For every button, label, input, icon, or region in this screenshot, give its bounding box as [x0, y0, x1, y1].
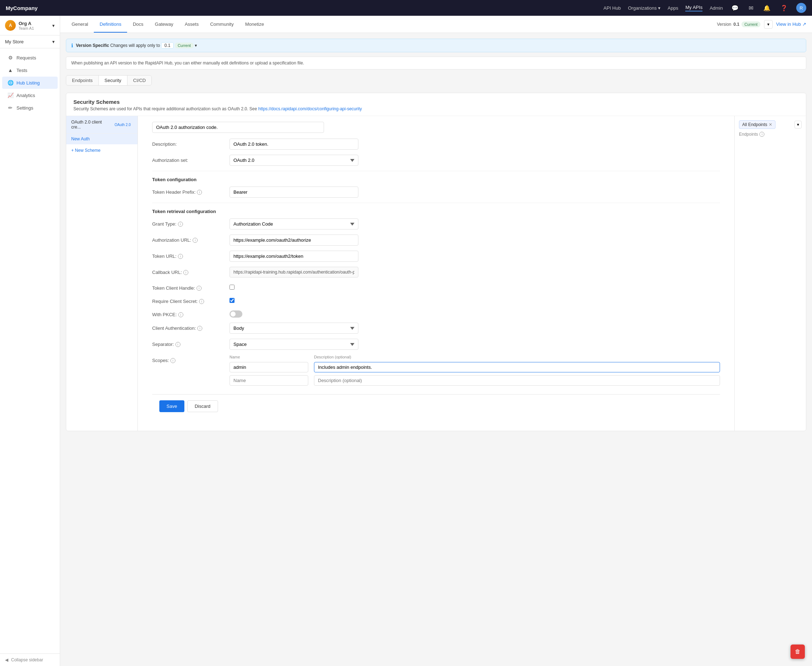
nav-api-hub[interactable]: API Hub	[604, 5, 621, 11]
nav-organizations[interactable]: Organizations ▾	[628, 5, 660, 11]
nav-admin[interactable]: Admin	[710, 5, 723, 11]
scopes-header: Name Description (optional)	[229, 355, 720, 359]
form-row-client-auth: Client Authentication: i Body Header Non…	[152, 323, 720, 334]
tab-definitions[interactable]: Definitions	[94, 16, 127, 33]
info-sub-text: When publishing an API version to the Ra…	[66, 56, 806, 69]
security-docs-link[interactable]: https://docs.rapidapi.com/docs/configuri…	[258, 106, 362, 111]
separator-info-icon: i	[175, 342, 180, 347]
require-client-secret-label: Require Client Secret: i	[152, 296, 224, 304]
analytics-icon: 📈	[7, 92, 13, 98]
form-row-callback-url: Callback URL: i	[152, 267, 720, 277]
tab-community[interactable]: Community	[204, 16, 239, 33]
token-url-input[interactable]	[229, 251, 358, 262]
security-desc: Security Schemes are used for APIs that …	[73, 106, 799, 111]
token-header-input[interactable]	[229, 186, 358, 198]
client-auth-select[interactable]: Body Header None	[229, 323, 358, 334]
info-banner: ℹ Version Specific Changes will apply on…	[66, 39, 806, 52]
description-input[interactable]	[229, 138, 358, 150]
callback-url-info-icon: i	[183, 270, 188, 275]
bell-icon[interactable]: 🔔	[762, 3, 772, 13]
auth-url-input[interactable]	[229, 234, 358, 246]
nav-my-apis[interactable]: My APIs	[685, 5, 702, 12]
tab-gateway[interactable]: Gateway	[149, 16, 179, 33]
security-sidebar: OAuth 2.0 client cre... OAuth 2.0 New Au…	[66, 116, 138, 431]
help-icon[interactable]: ❓	[779, 3, 789, 13]
scope-desc-0[interactable]	[314, 362, 720, 373]
sidebar-item-requests[interactable]: ⚙ Requests	[2, 51, 58, 64]
scopes-desc-header: Description (optional)	[314, 355, 720, 359]
security-title-bar: Security Schemes Security Schemes are us…	[66, 93, 806, 116]
tests-icon: ▲	[7, 67, 13, 73]
scope-name-1[interactable]	[229, 375, 308, 386]
discard-button[interactable]: Discard	[187, 400, 218, 412]
description-label: Description:	[152, 138, 224, 147]
scopes-name-header: Name	[229, 355, 308, 359]
sidebar-item-analytics[interactable]: 📈 Analytics	[2, 89, 58, 101]
collapse-icon: ◀	[5, 658, 8, 663]
info-dropdown-chevron[interactable]: ▾	[195, 43, 197, 48]
tab-monetize[interactable]: Monetize	[239, 16, 270, 33]
user-avatar[interactable]: R	[796, 3, 806, 13]
grant-type-select[interactable]: Authorization Code Client Credentials Im…	[229, 218, 358, 229]
separator-label: Separator: i	[152, 339, 224, 347]
mail-icon[interactable]: ✉	[747, 3, 755, 13]
token-config-title: Token configuration	[152, 177, 720, 182]
tab-general[interactable]: General	[66, 16, 94, 33]
collapse-sidebar[interactable]: ◀ Collapse sidebar	[0, 653, 60, 666]
form-row-separator: Separator: i Space Comma None	[152, 339, 720, 350]
sidebar-item-hub-listing[interactable]: 🌐 Hub Listing	[2, 77, 58, 89]
info-current: Current	[175, 43, 194, 48]
tab-assets[interactable]: Assets	[179, 16, 204, 33]
org-avatar: A	[5, 20, 16, 31]
org-selector[interactable]: A Org A Team A1 ▾	[0, 16, 60, 35]
view-in-hub-btn[interactable]: View in Hub ↗	[776, 21, 806, 27]
version-dropdown-btn[interactable]: ▾	[764, 20, 772, 29]
form-row-scopes: Scopes: i Name Description (optional)	[152, 355, 720, 389]
separator-select[interactable]: Space Comma None	[229, 339, 358, 350]
sidebar-item-hub-listing-label: Hub Listing	[16, 80, 40, 86]
scheme-name-input[interactable]	[152, 122, 324, 133]
auth-set-select[interactable]: OAuth 2.0 None	[229, 155, 358, 166]
form-row-token-url: Token URL: i	[152, 251, 720, 262]
inner-tab-endpoints[interactable]: Endpoints	[66, 76, 99, 85]
endpoints-dropdown-btn[interactable]: ▾	[794, 121, 802, 129]
sidebar-item-tests[interactable]: ▲ Tests	[2, 64, 58, 76]
token-client-handle-checkbox[interactable]	[229, 285, 234, 290]
require-client-secret-checkbox[interactable]	[229, 298, 234, 303]
token-url-label: Token URL: i	[152, 251, 224, 259]
scheme-name: OAuth 2.0 client cre...	[71, 120, 110, 130]
sidebar-nav: ⚙ Requests ▲ Tests 🌐 Hub Listing 📈 Analy…	[0, 48, 60, 653]
save-button[interactable]: Save	[159, 400, 184, 412]
inner-tab-cicd[interactable]: CI/CD	[127, 76, 152, 85]
form-row-auth-set: Authorization set: OAuth 2.0 None	[152, 155, 720, 166]
inner-tabs: Endpoints Security CI/CD	[66, 75, 152, 86]
tab-docs[interactable]: Docs	[127, 16, 149, 33]
scopes-info-icon: i	[170, 358, 175, 363]
version-number: 0.1	[733, 22, 740, 27]
sidebar-item-requests-label: Requests	[16, 55, 36, 61]
scope-name-0[interactable]	[229, 362, 308, 373]
all-endpoints-clear[interactable]: ✕	[769, 122, 772, 127]
nav-apps[interactable]: Apps	[668, 5, 679, 11]
org-name: Org A	[19, 21, 49, 26]
add-scheme-btn[interactable]: + New Scheme	[66, 144, 137, 157]
delete-fab[interactable]: 🗑	[791, 645, 805, 659]
store-selector[interactable]: My Store ▾	[0, 35, 60, 48]
security-title: Security Schemes	[73, 99, 799, 105]
scope-desc-1[interactable]	[314, 375, 720, 386]
pkce-toggle[interactable]	[229, 310, 242, 318]
version-label: Version	[717, 22, 731, 27]
form-row-description: Description:	[152, 138, 720, 150]
org-dropdown-chevron: ▾	[52, 23, 55, 28]
auth-url-label: Authorization URL: i	[152, 234, 224, 243]
sub-tabs-right: Version 0.1 Current ▾ View in Hub ↗	[717, 20, 806, 29]
chat-icon[interactable]: 💬	[730, 3, 740, 13]
sidebar-item-settings[interactable]: ✏ Settings	[2, 102, 58, 114]
version-badge: Version 0.1 Current	[717, 21, 760, 27]
grant-type-info-icon: i	[178, 222, 183, 227]
inner-tab-security[interactable]: Security	[99, 76, 127, 85]
brand: MyCompany	[6, 5, 38, 11]
scheme-item-oauth[interactable]: OAuth 2.0 client cre... OAuth 2.0	[66, 116, 137, 134]
sidebar-item-settings-label: Settings	[16, 105, 33, 110]
new-auth-item[interactable]: New Auth	[66, 134, 137, 144]
